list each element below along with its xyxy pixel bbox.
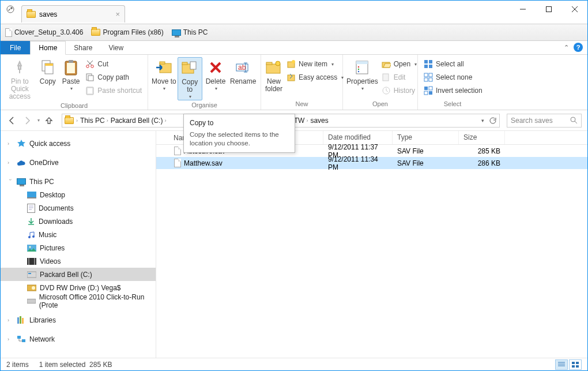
search-input[interactable]: Search saves <box>507 114 582 128</box>
delete-button[interactable]: Delete▾ <box>203 57 228 92</box>
svg-rect-42 <box>429 78 432 81</box>
maximize-button[interactable] <box>536 1 561 17</box>
svg-rect-49 <box>27 197 36 198</box>
dvd-icon <box>27 284 36 291</box>
refresh-icon[interactable] <box>489 117 497 125</box>
large-icons-view-button[interactable] <box>569 359 582 370</box>
group-label-new: New <box>261 99 342 110</box>
scissors-icon <box>85 59 95 69</box>
close-window-button[interactable] <box>561 1 587 17</box>
copy-to-button[interactable]: Copy to▾ <box>178 57 202 100</box>
tree-documents[interactable]: Documents <box>1 201 156 215</box>
forward-button[interactable] <box>21 115 33 126</box>
rename-button[interactable]: ab Rename <box>229 57 257 85</box>
svg-rect-70 <box>572 365 575 368</box>
tree-this-pc[interactable]: › This PC <box>1 175 156 188</box>
drive-icon <box>27 298 36 305</box>
help-icon[interactable]: ? <box>574 43 583 52</box>
group-label-select: Select <box>418 99 487 110</box>
properties-icon <box>353 58 371 77</box>
drive-icon <box>27 271 36 278</box>
history-button[interactable]: History <box>379 85 419 96</box>
svg-rect-44 <box>429 87 432 90</box>
cut-button[interactable]: Cut <box>83 58 144 70</box>
collapse-ribbon-icon[interactable]: ⌃ <box>564 44 569 51</box>
file-tab[interactable]: File <box>1 41 30 54</box>
tree-libraries[interactable]: ›Libraries <box>1 313 156 327</box>
list-item[interactable]: Matthew.sav 9/12/2011 11:34 PM SAV File … <box>156 157 587 169</box>
crumb-this-pc[interactable]: This PC› <box>80 117 108 125</box>
tab-view[interactable]: View <box>100 41 131 54</box>
minimize-button[interactable] <box>510 1 536 17</box>
properties-button[interactable]: Properties▾ <box>346 57 378 92</box>
file-list[interactable]: Name Date modified Type Size Autosave.sa… <box>156 131 587 358</box>
tree-network[interactable]: ›Network <box>1 332 156 346</box>
svg-point-30 <box>358 69 359 70</box>
tree-pictures[interactable]: Pictures <box>1 241 156 254</box>
pin-to-quick-access-button[interactable]: Pin to Quick access <box>4 57 36 101</box>
easy-access-button[interactable]: Easy access▾ <box>284 72 346 83</box>
column-size[interactable]: Size <box>459 131 505 144</box>
open-button[interactable]: Open▾ <box>379 58 419 70</box>
column-type[interactable]: Type <box>393 131 459 144</box>
tab-home[interactable]: Home <box>30 41 66 55</box>
quick-access-toolbar-icon[interactable] <box>4 3 17 16</box>
bookmark-this-pc[interactable]: This PC <box>172 28 208 36</box>
search-icon <box>570 117 578 124</box>
navigation-pane[interactable]: › Quick access › OneDrive › This PC Desk… <box>1 131 156 358</box>
rename-icon: ab <box>234 58 252 77</box>
select-all-button[interactable]: Select all <box>421 58 485 70</box>
open-icon <box>382 59 391 69</box>
crumb-packard-bell[interactable]: Packard Bell (C:)› <box>111 117 167 125</box>
back-button[interactable] <box>6 115 18 126</box>
svg-rect-45 <box>424 91 428 95</box>
paste-shortcut-icon <box>85 86 95 95</box>
svg-rect-35 <box>424 60 428 63</box>
move-to-icon <box>154 58 173 77</box>
network-icon <box>17 335 26 343</box>
tab-title: saves <box>39 10 57 18</box>
browser-tab-saves[interactable]: saves × <box>21 5 125 23</box>
copy-to-icon <box>180 59 199 77</box>
tree-downloads[interactable]: Downloads <box>1 215 156 228</box>
edit-button[interactable]: Edit <box>379 72 419 83</box>
svg-rect-50 <box>28 204 35 212</box>
recent-locations-icon[interactable]: ▾ <box>37 118 40 123</box>
svg-rect-43 <box>424 87 428 90</box>
tree-packard-bell[interactable]: Packard Bell (C:) <box>1 268 156 281</box>
pin-icon <box>10 58 29 77</box>
move-to-button[interactable]: Move to▾ <box>152 57 176 92</box>
ribbon: Pin to Quick access Copy Paste ▾ Cut Cop… <box>1 55 587 110</box>
details-view-button[interactable] <box>555 359 568 370</box>
tree-office-drive[interactable]: Microsoft Office 2010 Click-to-Run (Prot… <box>1 294 156 308</box>
svg-rect-63 <box>17 317 19 324</box>
tab-share[interactable]: Share <box>66 41 100 54</box>
ribbon-tab-strip: File Home Share View ⌃ ? <box>1 41 587 55</box>
copy-button[interactable]: Copy <box>37 57 59 85</box>
bookmark-program-files[interactable]: Program Files (x86) <box>91 28 163 36</box>
crumb-saves[interactable]: saves <box>310 117 328 125</box>
new-folder-button[interactable]: New folder <box>265 57 283 93</box>
up-button[interactable] <box>43 115 55 126</box>
svg-point-47 <box>571 117 575 122</box>
tree-desktop[interactable]: Desktop <box>1 188 156 201</box>
copy-path-button[interactable]: Copy path <box>83 72 144 83</box>
close-tab-icon[interactable]: × <box>115 10 120 18</box>
select-none-button[interactable]: Select none <box>421 72 485 83</box>
address-dropdown-icon[interactable]: ▾ <box>481 118 484 123</box>
svg-rect-48 <box>27 192 36 197</box>
tree-onedrive[interactable]: › OneDrive <box>1 156 156 169</box>
new-item-button[interactable]: New item▾ <box>284 58 346 70</box>
tree-music[interactable]: Music <box>1 228 156 241</box>
svg-point-31 <box>358 71 359 72</box>
svg-rect-65 <box>22 318 24 324</box>
svg-point-8 <box>86 65 89 68</box>
monitor-icon <box>172 29 181 36</box>
bookmark-clover-setup[interactable]: Clover_Setup_3.0.406 <box>5 28 83 37</box>
invert-selection-button[interactable]: Invert selection <box>421 85 485 96</box>
tree-videos[interactable]: Videos <box>1 254 156 268</box>
tree-quick-access[interactable]: › Quick access <box>1 137 156 150</box>
paste-shortcut-button[interactable]: Paste shortcut <box>83 85 144 96</box>
paste-button[interactable]: Paste ▾ <box>60 57 82 92</box>
folder-icon <box>27 11 36 18</box>
